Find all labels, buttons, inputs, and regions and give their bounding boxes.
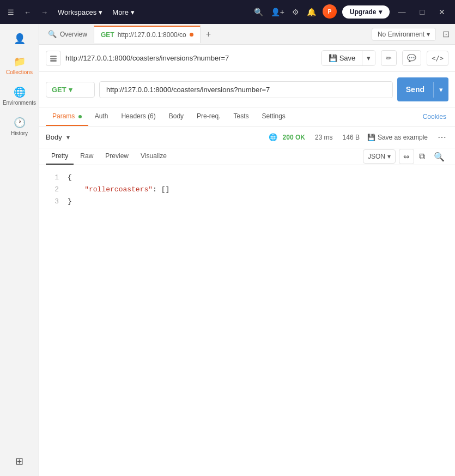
tab-headers[interactable]: Headers (6) <box>114 107 162 126</box>
status-badge: 200 OK <box>283 134 305 141</box>
svg-rect-2 <box>50 60 57 62</box>
response-area: Body ▾ 🌐 200 OK 23 ms 146 B 💾 Save as ex… <box>39 126 455 476</box>
method-arrow: ▾ <box>69 86 72 94</box>
postman-logo: P <box>323 4 337 19</box>
request-bar: http://127.0.0.1:8000/coasters/inversion… <box>39 45 455 72</box>
search-response-button[interactable]: 🔍 <box>430 149 448 165</box>
env-label: No Environment <box>378 31 424 38</box>
wrap-button[interactable]: ⇔ <box>399 149 414 164</box>
save-example-label: Save as example <box>378 134 428 141</box>
more-button[interactable]: More ▾ <box>109 6 138 19</box>
method-selector[interactable]: GET ▾ <box>46 82 95 98</box>
save-example-button[interactable]: 💾 Save as example <box>364 132 431 143</box>
history-icon: 🕐 <box>14 117 26 129</box>
response-more-button[interactable]: ⋯ <box>435 131 448 143</box>
tab-params[interactable]: Params <box>46 107 88 126</box>
request-db-icon <box>46 51 61 66</box>
res-tab-visualize[interactable]: Visualize <box>135 148 172 165</box>
menu-icon: ☰ <box>8 8 14 16</box>
tab-auth[interactable]: Auth <box>88 107 115 126</box>
code-button[interactable]: </> <box>427 51 448 66</box>
settings-label: Settings <box>262 112 285 120</box>
code-line-2: 2 "rollercoasters": [] <box>48 184 446 196</box>
line-number-1: 1 <box>48 172 59 184</box>
settings-button[interactable]: ⚙ <box>289 4 302 20</box>
sidebar-item-history[interactable]: 🕐 History <box>3 112 36 141</box>
tab-add-button[interactable]: + <box>201 26 216 43</box>
sidebar-item-workspace[interactable]: ⊞ <box>3 451 36 472</box>
tab-body[interactable]: Body <box>162 107 190 126</box>
add-person-button[interactable]: 👤+ <box>268 4 288 20</box>
response-tabs: Pretty Raw Preview Visualize JSON ▾ ⇔ <box>39 148 455 165</box>
save-label: Save <box>339 54 356 62</box>
maximize-button[interactable]: □ <box>415 4 430 20</box>
history-label: History <box>11 130 28 136</box>
comment-button[interactable]: 💬 <box>402 50 421 66</box>
close-button[interactable]: ✕ <box>433 4 451 20</box>
collections-label: Collections <box>6 69 33 75</box>
params-label: Params <box>52 112 75 120</box>
prereq-label: Pre-req. <box>197 112 220 120</box>
sidebar-item-collections[interactable]: 📁 Collections <box>3 51 36 80</box>
svg-rect-0 <box>50 56 57 57</box>
pane-toggle-button[interactable]: ⊡ <box>439 26 453 43</box>
code-view: 1 { 2 "rollercoasters": [] 3 } <box>39 165 455 476</box>
top-bar: ☰ ← → Workspaces ▾ More ▾ 🔍 👤+ ⚙ 🔔 P Upg… <box>0 0 455 24</box>
send-dropdown-button[interactable]: ▾ <box>433 82 448 98</box>
save-button[interactable]: 💾 Save <box>322 51 362 65</box>
workspaces-label: Workspaces <box>58 8 96 16</box>
back-button[interactable]: ← <box>21 6 34 19</box>
send-button[interactable]: Send <box>397 81 433 98</box>
workspace-icon: ⊞ <box>15 455 23 467</box>
main-layout: 👤 📁 Collections 🌐 Environments 🕐 History… <box>0 24 455 476</box>
request-url-display: http://127.0.0.1:8000/coasters/inversion… <box>65 54 317 62</box>
code-line-3: 3 } <box>48 196 446 208</box>
line-content-3: } <box>68 196 72 208</box>
save-dropdown-button[interactable]: ▾ <box>362 51 375 65</box>
search-button[interactable]: 🔍 <box>251 4 266 20</box>
tab-prereq[interactable]: Pre-req. <box>190 107 227 126</box>
params-dot <box>78 115 82 118</box>
workspaces-button[interactable]: Workspaces ▾ <box>54 6 106 19</box>
pretty-label: Pretty <box>51 152 68 160</box>
forward-button[interactable]: → <box>38 6 51 19</box>
save-example-icon: 💾 <box>367 134 375 141</box>
environments-icon: 🌐 <box>14 86 26 98</box>
body-format-dropdown[interactable]: ▾ <box>66 134 70 141</box>
copy-response-button[interactable]: ⧉ <box>415 149 429 164</box>
tab-overview[interactable]: 🔍 Overview <box>41 26 94 43</box>
account-icon: 👤 <box>14 33 26 45</box>
format-arrow: ▾ <box>387 153 391 160</box>
body-label: Body <box>169 112 184 120</box>
res-tab-raw[interactable]: Raw <box>75 148 99 165</box>
back-icon: ← <box>24 8 31 16</box>
cookies-button[interactable]: Cookies <box>421 109 448 125</box>
method-value: GET <box>52 86 66 94</box>
bell-button[interactable]: 🔔 <box>304 4 319 20</box>
workspaces-arrow: ▾ <box>99 8 102 16</box>
format-selector[interactable]: JSON ▾ <box>363 149 396 164</box>
environment-selector[interactable]: No Environment ▾ <box>372 28 436 41</box>
tab-method-label: GET <box>101 31 114 39</box>
minimize-button[interactable]: — <box>393 4 411 20</box>
res-tab-pretty[interactable]: Pretty <box>46 148 74 165</box>
tab-tests[interactable]: Tests <box>227 107 255 126</box>
edit-button[interactable]: ✏ <box>381 50 397 66</box>
sidebar-item-environments[interactable]: 🌐 Environments <box>3 82 36 110</box>
sidebar-item-account[interactable]: 👤 <box>3 28 36 49</box>
line-content-1: { <box>68 172 72 184</box>
save-button-group: 💾 Save ▾ <box>321 50 376 66</box>
svg-rect-1 <box>50 58 57 59</box>
tab-settings[interactable]: Settings <box>255 107 292 126</box>
line-number-2: 2 <box>48 184 59 196</box>
send-button-group: Send ▾ <box>397 77 448 101</box>
upgrade-button[interactable]: Upgrade ▾ <box>342 5 390 19</box>
response-header: Body ▾ 🌐 200 OK 23 ms 146 B 💾 Save as ex… <box>39 126 455 148</box>
save-icon: 💾 <box>329 54 337 62</box>
time-badge: 23 ms <box>315 134 333 141</box>
url-input[interactable] <box>99 81 393 98</box>
res-tab-preview[interactable]: Preview <box>100 148 134 165</box>
menu-button[interactable]: ☰ <box>4 6 17 19</box>
tab-unsaved-dot <box>190 33 193 37</box>
tab-request[interactable]: GET http://127.0.0.1:8000/co <box>94 26 201 43</box>
